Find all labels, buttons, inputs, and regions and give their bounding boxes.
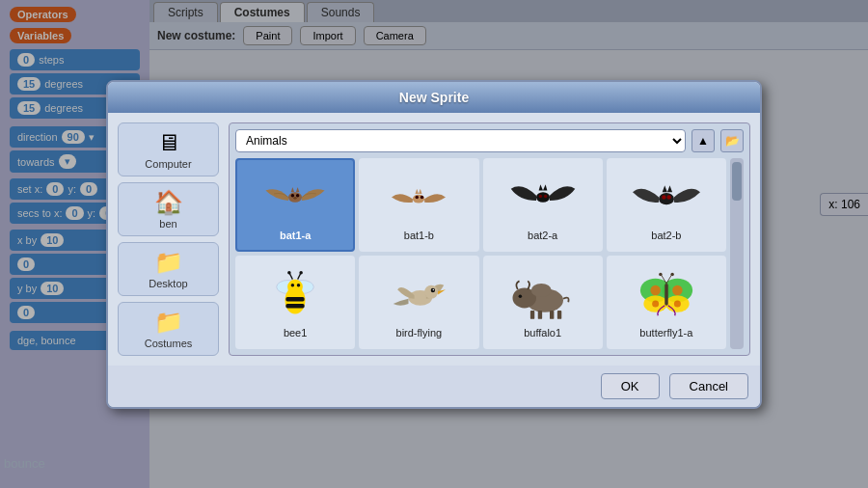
svg-rect-25	[286, 304, 305, 308]
svg-point-16	[659, 193, 674, 204]
sprite-bat2-b[interactable]: bat2-b	[607, 158, 726, 252]
sprite-butterfly1-a[interactable]: butterfly1-a	[607, 256, 726, 349]
svg-rect-53	[665, 284, 668, 306]
svg-point-19	[662, 195, 665, 199]
svg-point-10	[420, 195, 424, 199]
svg-rect-43	[550, 311, 554, 319]
svg-marker-2	[296, 186, 300, 191]
modal-top-bar: Animals Fantasy People Things Transporta…	[235, 129, 744, 152]
folder-ben-label: ben	[159, 218, 176, 230]
sprite-butterfly1-a-label: butterfly1-a	[639, 327, 692, 339]
svg-marker-8	[419, 188, 422, 193]
nav-folder-button[interactable]: 📂	[720, 129, 744, 152]
sprite-browser-panel: Animals Fantasy People Things Transporta…	[229, 122, 750, 356]
svg-point-52	[674, 301, 681, 308]
sprite-bat2-a[interactable]: bat2-a	[483, 158, 603, 252]
svg-point-20	[666, 195, 670, 199]
sprite-buffalo1-image	[509, 265, 577, 323]
svg-point-39	[530, 284, 551, 297]
svg-rect-42	[537, 311, 541, 319]
folder-computer-label: Computer	[145, 158, 191, 170]
scrollbar-thumb[interactable]	[732, 162, 742, 201]
folder-costumes[interactable]: 📁 Costumes	[118, 302, 219, 356]
grid-with-scroll: bat1-a	[235, 158, 744, 349]
modal-overlay: New Sprite 🖥 Computer 🏠 ben 📁 Desktop 📁	[0, 0, 868, 488]
sprite-bird-flying[interactable]: bird-flying	[359, 256, 478, 349]
sprite-bee1-label: bee1	[284, 327, 307, 339]
folder-costumes-label: Costumes	[145, 338, 193, 349]
nav-up-button[interactable]: ▲	[692, 129, 715, 152]
folder-computer[interactable]: 🖥 Computer	[118, 122, 219, 176]
svg-point-57	[670, 273, 674, 277]
bat1-b-svg	[385, 173, 452, 221]
modal-body: 🖥 Computer 🏠 ben 📁 Desktop 📁 Costumes	[108, 113, 760, 366]
sprite-bat2-a-image	[509, 168, 577, 226]
sprite-bat1-a[interactable]: bat1-a	[235, 158, 355, 252]
sprite-grid: bat1-a	[235, 158, 726, 349]
sprite-bat2-b-image	[633, 168, 700, 226]
svg-point-27	[291, 284, 295, 287]
bat2-b-svg	[633, 173, 700, 221]
svg-point-55	[659, 273, 663, 277]
folder-panel: 🖥 Computer 🏠 ben 📁 Desktop 📁 Costumes	[118, 122, 219, 356]
svg-point-28	[297, 284, 301, 287]
modal-footer: OK Cancel	[108, 366, 760, 407]
sprite-bat1-a-image	[261, 168, 329, 226]
computer-icon: 🖥	[157, 129, 180, 156]
bat1-a-svg	[261, 173, 329, 221]
svg-point-3	[291, 193, 295, 197]
costumes-icon: 📁	[154, 309, 183, 336]
folder-desktop-label: Desktop	[149, 278, 187, 289]
svg-point-34	[425, 285, 439, 299]
svg-point-9	[416, 195, 420, 199]
svg-marker-7	[416, 188, 420, 193]
sprite-bat1-a-label: bat1-a	[280, 230, 311, 241]
sprite-buffalo1-label: buffalo1	[524, 327, 561, 339]
svg-point-51	[652, 301, 659, 308]
sprite-bird-flying-image	[385, 265, 452, 323]
buffalo1-svg	[509, 267, 577, 320]
svg-point-49	[650, 285, 661, 296]
sprite-bee1[interactable]: bee1	[235, 256, 355, 349]
svg-point-5	[293, 197, 297, 200]
svg-rect-44	[557, 311, 561, 319]
svg-rect-24	[286, 297, 305, 301]
scrollbar-track[interactable]	[730, 158, 744, 349]
bat2-a-svg	[509, 173, 577, 221]
cancel-button[interactable]: Cancel	[669, 373, 748, 399]
sprite-bee1-image	[261, 265, 329, 323]
category-dropdown[interactable]: Animals Fantasy People Things Transporta…	[235, 129, 686, 152]
folder-ben[interactable]: 🏠 ben	[118, 182, 219, 236]
svg-point-15	[544, 194, 548, 198]
sprite-bird-flying-label: bird-flying	[396, 327, 443, 339]
svg-point-50	[672, 285, 683, 296]
svg-point-36	[433, 289, 434, 290]
sprite-bat1-b[interactable]: bat1-b	[359, 158, 478, 252]
svg-point-32	[300, 271, 304, 275]
sprite-buffalo1[interactable]: buffalo1	[483, 256, 603, 349]
ok-button[interactable]: OK	[601, 373, 660, 399]
svg-point-14	[538, 194, 542, 198]
svg-point-40	[518, 294, 522, 298]
bee1-svg	[261, 267, 329, 320]
svg-point-4	[296, 193, 300, 197]
sprite-bat2-b-label: bat2-b	[651, 230, 681, 241]
sprite-bat2-a-label: bat2-a	[528, 230, 557, 241]
bird-flying-svg	[385, 267, 452, 320]
folder-desktop[interactable]: 📁 Desktop	[118, 242, 219, 296]
svg-point-26	[287, 280, 303, 295]
home-icon: 🏠	[154, 189, 183, 216]
svg-rect-41	[530, 311, 534, 319]
sprite-bat1-b-image	[385, 168, 452, 226]
sprite-bat1-b-label: bat1-b	[404, 230, 434, 241]
svg-marker-12	[538, 184, 542, 190]
butterfly1-a-svg	[633, 267, 700, 320]
svg-marker-13	[543, 184, 547, 190]
svg-marker-17	[663, 185, 667, 192]
svg-point-11	[536, 192, 550, 203]
new-sprite-modal: New Sprite 🖥 Computer 🏠 ben 📁 Desktop 📁	[106, 80, 762, 409]
svg-point-30	[287, 271, 291, 275]
desktop-icon: 📁	[154, 249, 183, 276]
svg-marker-18	[667, 185, 672, 192]
svg-marker-1	[291, 186, 295, 191]
